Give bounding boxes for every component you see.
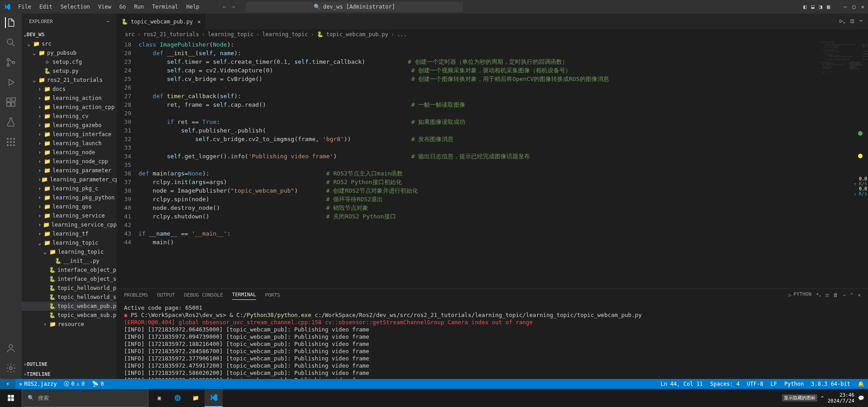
tree-folder-learning_pkg_python[interactable]: ›📁learning_pkg_python (22, 193, 117, 202)
tree-folder-learning_launch[interactable]: ›📁learning_launch (22, 139, 117, 148)
tree-folder-learning_action_cpp[interactable]: ›📁learning_action_cpp (22, 103, 117, 112)
status-bell-icon[interactable]: 🔔 (854, 381, 868, 387)
command-center[interactable]: 🔍 dev_ws [Administrator] (246, 2, 463, 12)
tray-tip[interactable]: 显示隐藏的图标 (782, 394, 817, 402)
tray-clock[interactable]: 23:46 2024/7/24 (827, 392, 854, 404)
menu-help[interactable]: Help (183, 2, 203, 12)
tree-file-__init__.py[interactable]: 🐍__init__.py (22, 256, 117, 265)
layout-custom-icon[interactable]: ▦ (827, 4, 830, 10)
status-ports[interactable]: 📡 0 (88, 381, 107, 387)
minimize-icon[interactable]: — (844, 4, 847, 10)
tree-folder-learning_node[interactable]: ›📁learning_node (22, 148, 117, 157)
tab-close-icon[interactable]: ✕ (197, 19, 200, 25)
breadcrumb[interactable]: src›ros2_21_tutorials›learning_topic›lea… (117, 29, 868, 39)
status-item[interactable]: LF (767, 381, 780, 387)
run-icon[interactable]: ▷▾ (839, 18, 845, 25)
status-item[interactable]: Python (781, 381, 807, 387)
menu-selection[interactable]: Selection (57, 2, 94, 12)
explorer-icon[interactable] (5, 17, 16, 28)
tree-file-setup.cfg[interactable]: ⚙setup.cfg (22, 57, 117, 66)
tray-notif-icon[interactable]: 💬 (858, 395, 864, 401)
tree-file-interface_object_sub.py[interactable]: 🐍interface_object_sub.py (22, 274, 117, 284)
tree-folder-learning_service[interactable]: ›📁learning_service (22, 211, 117, 220)
status-branch[interactable]: ✕ ROS2.jazzy (15, 381, 60, 387)
tree-folder-learning_cv[interactable]: ›📁learning_cv (22, 112, 117, 121)
nav-fwd-icon[interactable]: → (232, 4, 235, 10)
tree-folder-learning_parameter[interactable]: ›📁learning_parameter (22, 166, 117, 175)
terminal[interactable]: Active code page: 65001 ◉ PS C:\WorkSpac… (117, 303, 868, 379)
tree-folder-learning_node_cpp[interactable]: ›📁learning_node_cpp (22, 157, 117, 166)
panel-tab-problems[interactable]: PROBLEMS (124, 292, 148, 300)
menu-terminal[interactable]: Terminal (148, 2, 182, 12)
tree-file-topic_helloworld_sub.py[interactable]: 🐍topic_helloworld_sub.py (22, 293, 117, 302)
nav-back-icon[interactable]: ← (223, 4, 226, 10)
status-item[interactable]: Ln 44, Col 11 (657, 381, 706, 387)
tree-folder-learning_interface[interactable]: ›📁learning_interface (22, 130, 117, 139)
layout-bottom-icon[interactable]: ⬓ (811, 4, 815, 10)
menu-run[interactable]: Run (130, 2, 148, 12)
tree-folder-py_pubsub[interactable]: ⌄📁py_pubsub (22, 48, 117, 57)
status-item[interactable]: 3.8.3 64-bit (807, 381, 854, 387)
close-icon[interactable]: ✕ (861, 4, 864, 10)
tree-folder-learning_topic[interactable]: ⌄📁learning_topic (22, 247, 117, 256)
search-view-icon[interactable] (5, 37, 16, 48)
outline-section[interactable]: ›OUTLINE (22, 359, 117, 369)
panel-tab-output[interactable]: OUTPUT (157, 292, 175, 300)
tree-file-topic_webcam_pub.py[interactable]: 🐍topic_webcam_pub.py (22, 302, 117, 311)
layout-right-icon[interactable]: ◨ (819, 4, 822, 10)
tree-file-topic_webcam_sub.py[interactable]: 🐍topic_webcam_sub.py (22, 311, 117, 320)
status-item[interactable]: UTF-8 (743, 381, 767, 387)
tray-up-icon[interactable]: ^ (821, 395, 824, 401)
tree-folder-resource[interactable]: ›📁resource (22, 320, 117, 329)
pin-terminal[interactable]: ▣ (150, 389, 168, 407)
start-button[interactable] (0, 389, 22, 407)
menu-edit[interactable]: Edit (36, 2, 56, 12)
tree-file-topic_helloworld_pub.py[interactable]: 🐍topic_helloworld_pub.py (22, 284, 117, 293)
testing-icon[interactable] (5, 117, 16, 128)
tree-folder-learning_service_cpp[interactable]: ›📁learning_service_cpp (22, 220, 117, 229)
panel-more-icon[interactable]: ⋯ (843, 292, 846, 300)
tree-folder-learning_pkg_c[interactable]: ›📁learning_pkg_c (22, 184, 117, 193)
more-icon[interactable]: ⋯ (106, 19, 110, 24)
tree-folder-learning_action[interactable]: ›📁learning_action (22, 94, 117, 103)
tree-folder-docs[interactable]: ›📁docs (22, 85, 117, 94)
tree-folder-learning_gazebo[interactable]: ›📁learning_gazebo (22, 121, 117, 130)
close-panel-icon[interactable]: ✕ (858, 292, 861, 300)
tree-folder-learning_qos[interactable]: ›📁learning_qos (22, 202, 117, 211)
tree-folder-learning_topic[interactable]: ⌄📁learning_topic (22, 238, 117, 247)
kill-terminal-icon[interactable]: 🗑 (833, 292, 838, 300)
status-problems[interactable]: ⓧ 0 ⚠ 0 (60, 380, 88, 388)
panel-tab-terminal[interactable]: TERMINAL (232, 292, 256, 300)
folder-root[interactable]: ⌄DEV_WS (22, 29, 117, 39)
maximize-icon[interactable]: ▢ (853, 4, 856, 10)
terminal-profile[interactable]: ▷ Python (789, 291, 811, 301)
scm-icon[interactable] (5, 57, 16, 68)
editor-tab[interactable]: 🐍 topic_webcam_pub.py ✕ (117, 14, 206, 29)
remote-icon[interactable]: ⚡ (0, 379, 15, 389)
timeline-section[interactable]: ›TIMELINE (22, 369, 117, 379)
tree-folder-learning_parameter_cpp[interactable]: ›📁learning_parameter_cpp (22, 175, 117, 184)
settings-icon[interactable] (5, 363, 16, 374)
menu-view[interactable]: View (95, 2, 115, 12)
panel-tab-debug-console[interactable]: DEBUG CONSOLE (184, 292, 223, 300)
tree-file-setup.py[interactable]: 🐍setup.py (22, 66, 117, 76)
panel-tab-ports[interactable]: PORTS (265, 292, 280, 300)
menu-go[interactable]: Go (116, 2, 129, 12)
account-icon[interactable] (5, 343, 16, 354)
tree-folder-src[interactable]: ⌄📁src (22, 39, 117, 48)
menu-file[interactable]: File (14, 2, 35, 12)
ros-icon[interactable] (5, 137, 16, 147)
pin-explorer[interactable]: 📁 (186, 389, 205, 407)
code-editor[interactable]: class ImagePublisher(Node): def __init__… (138, 39, 818, 289)
pin-vscode[interactable] (205, 389, 223, 407)
maximize-panel-icon[interactable]: ^ (850, 292, 854, 300)
pin-edge[interactable]: 🌐 (168, 389, 186, 407)
new-terminal-icon[interactable]: +▾ (816, 291, 821, 300)
taskbar-search[interactable]: 🔍 搜索 (22, 389, 148, 407)
tree-file-interface_object_pub.py[interactable]: 🐍interface_object_pub.py (22, 265, 117, 274)
layout-left-icon[interactable]: ◧ (803, 4, 806, 10)
split-editor-icon[interactable]: ◫ (851, 18, 854, 25)
extensions-icon[interactable] (5, 97, 16, 108)
tree-folder-learning_tf[interactable]: ›📁learning_tf (22, 229, 117, 238)
tree-folder-ros2_21_tutorials[interactable]: ⌄📁ros2_21_tutorials (22, 76, 117, 85)
